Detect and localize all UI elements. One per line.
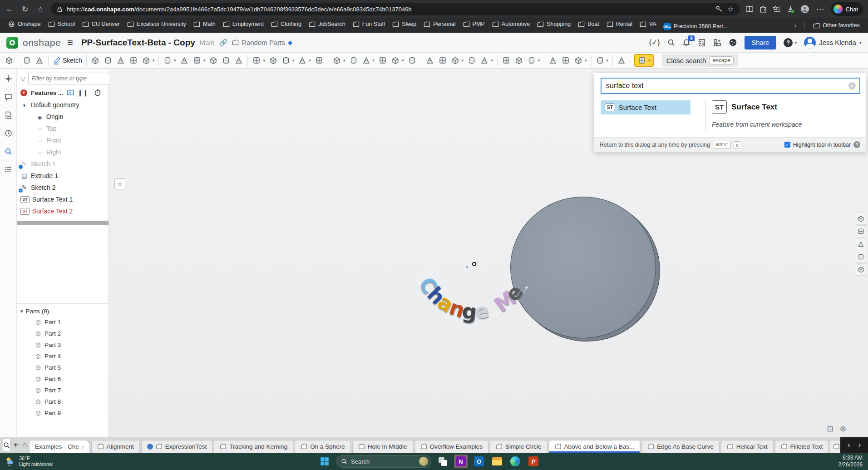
bookmark-item[interactable]: DELL Personal [420,20,459,29]
replace-face-icon[interactable] [406,54,419,66]
taskbar-search[interactable]: Search [336,455,431,468]
feature-tree-row[interactable]: – Origin [17,111,108,123]
undo-icon[interactable] [18,54,33,66]
named-views-icon[interactable] [591,54,611,66]
circular-pattern-icon[interactable] [267,54,280,66]
link-icon[interactable]: 🔗 [219,39,227,47]
rollback-bar[interactable] [17,221,108,225]
document-tab[interactable]: Examples-- Che [29,440,90,453]
display-mode-icon[interactable] [855,251,867,263]
password-key-icon[interactable] [715,5,723,13]
parts-header[interactable]: ▾ Parts (9) [17,306,108,317]
weather-widget[interactable]: 36°F Light rain/snow [0,455,136,467]
bookmark-item[interactable]: DELL Sleep [389,20,420,29]
document-title[interactable]: PP-SurfaceText-Beta - Copy [81,38,195,48]
tool-search-input[interactable] [601,78,860,94]
derived-icon[interactable] [525,54,542,66]
scroll-tabs-right-icon[interactable]: › [858,441,861,449]
document-tab[interactable]: Helical Text [721,440,774,453]
feature-tree-row[interactable]: – Surface Text 1 [17,193,108,205]
draft-icon[interactable] [191,54,207,66]
split-screen-icon[interactable] [745,5,754,13]
notifications-bell-icon[interactable]: 4 [682,39,690,47]
part-list-item[interactable]: Part 1 [17,317,108,328]
document-location[interactable]: Random Parts ◆ [232,39,292,46]
fill-surface-icon[interactable] [347,54,360,66]
document-tab[interactable]: On a Sphere [295,440,351,453]
search-tools-icon[interactable] [2,145,14,157]
document-tab[interactable]: Filleted Text [775,440,829,453]
featurescript-icon[interactable] [513,54,525,66]
rib-icon[interactable] [207,54,220,66]
highlight-checkbox[interactable]: ✓ [784,142,790,148]
add-tab-icon[interactable]: + [12,439,19,451]
task-view-icon[interactable] [436,455,449,468]
feature-tree-row[interactable]: – Extrude 1 [17,170,108,182]
user-menu[interactable]: Jess Klenda ▾ [804,37,862,49]
bridging-curve-icon[interactable] [465,54,478,66]
custom-feature-button[interactable] [634,54,654,67]
fillet-icon[interactable] [158,54,178,66]
other-favorites-button[interactable]: Other favorites [809,21,863,30]
clear-search-icon[interactable]: ✕ [848,82,856,89]
regeneration-timer-icon[interactable] [94,89,101,96]
outlook-icon[interactable]: O [472,455,486,468]
bookmark-item[interactable]: DELL Onshape [5,20,44,29]
profile-avatar-icon[interactable] [800,4,810,14]
view-orientation-icon[interactable] [855,225,867,237]
main-menu-icon[interactable]: ≡ [65,37,75,49]
bookmark-item[interactable]: DELL Clothing [267,20,305,29]
bookmark-item[interactable]: DELL Shopping [533,20,574,29]
isometric-view-icon[interactable] [855,213,867,225]
bookmark-item[interactable]: DELL Rental [603,20,636,29]
new-folder-icon[interactable] [67,89,74,96]
scroll-tabs-left-icon[interactable]: ‹ [848,441,850,449]
disc-part[interactable] [510,197,656,338]
feature-tree-row[interactable]: – Default geometry [17,99,108,111]
feature-list-icon[interactable] [3,54,15,66]
versions-history-icon[interactable] [2,127,14,139]
comments-icon[interactable] [2,91,14,103]
extrude-icon[interactable] [86,54,102,66]
boolean-icon[interactable] [296,54,313,66]
file-explorer-icon[interactable] [490,455,504,468]
bookmark-item[interactable]: DELL Automotive [488,20,534,29]
favorites-list-icon[interactable] [773,5,781,13]
shell-icon[interactable] [220,54,232,66]
favorite-star-icon[interactable]: ☆ [727,5,735,13]
bookmark-item[interactable]: DELL PMP [459,20,488,29]
feature-tree-row[interactable]: – Right [17,146,108,158]
back-icon[interactable]: ← [5,4,15,14]
bookmarks-overflow-chevron[interactable]: › [790,22,800,29]
select-region-icon[interactable] [612,54,628,66]
composite-curve-icon[interactable] [478,54,495,66]
feature-tree-row[interactable]: – Sketch 2 [17,182,108,193]
feature-tree-row[interactable]: – Surface Text 2 [17,205,108,217]
copilot-chat-button[interactable]: Chat [831,2,863,16]
hide-show-icon[interactable] [855,263,867,276]
feature-tree-row[interactable]: – Sketch 1 [17,158,108,170]
share-button[interactable]: Share [745,36,777,49]
onenote-icon[interactable]: N [454,455,468,468]
bookmark-item[interactable]: DELL JobSearch [305,20,349,29]
document-tab[interactable]: Hole In MIddle [352,440,413,453]
document-tab[interactable]: ExpressionTest [141,440,213,453]
browser-menu-icon[interactable]: ⋯ [815,4,825,14]
redo-icon[interactable] [33,54,46,66]
part-list-item[interactable]: Part 5 [17,362,108,373]
render-quality-icon[interactable]: ⊡ [827,424,833,434]
document-tab[interactable]: Above and Below a Bas... [549,440,641,453]
mass-properties-icon[interactable] [559,54,572,66]
close-search-button[interactable]: Close search escape [662,54,738,67]
loft-icon[interactable] [127,54,140,66]
bookmark-item[interactable]: DELL Employment [219,20,267,29]
part-list-item[interactable]: Part 9 [17,407,108,419]
search-result-surface-text[interactable]: ST Surface Text [601,100,690,114]
ruled-surface-icon[interactable] [360,54,377,66]
search-tabs-icon[interactable] [3,439,10,451]
part-list-item[interactable]: Part 2 [17,328,108,339]
taskbar-clock[interactable]: 6:33 AM 2/26/2026 [838,455,868,468]
suppress-pause-icon[interactable]: ❙❙ [78,89,89,96]
offset-surface-icon[interactable] [328,54,347,66]
home-icon[interactable]: ⌂ [35,4,45,14]
